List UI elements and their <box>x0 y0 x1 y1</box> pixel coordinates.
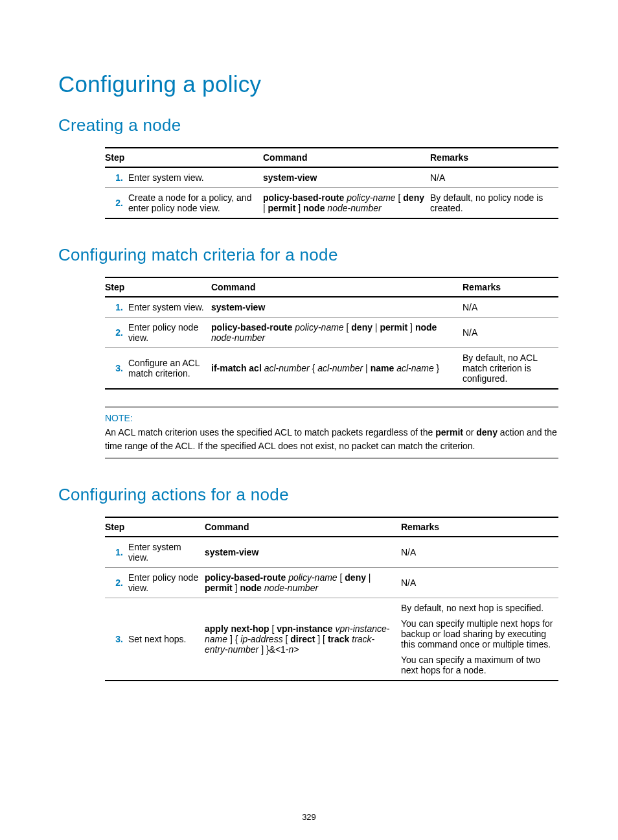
section-heading: Configuring match criteria for a node <box>58 245 560 265</box>
remarks-cell: N/A <box>463 297 558 318</box>
step-description: Configure an ACL match criterion. <box>128 348 211 390</box>
page-title: Configuring a policy <box>58 71 560 97</box>
step-description: Enter system view. <box>128 167 263 188</box>
command-table: StepCommandRemarks1.Enter system view.sy… <box>105 517 558 681</box>
remarks-cell: N/A <box>430 167 558 188</box>
step-number: 2. <box>105 567 128 598</box>
step-description: Enter policy node view. <box>128 318 211 348</box>
note-text: An ACL match criterion uses the specifie… <box>105 426 558 452</box>
note-label: NOTE: <box>105 412 558 425</box>
col-header-remarks: Remarks <box>401 517 558 537</box>
command-cell: policy-based-route policy-name [ deny | … <box>205 567 401 598</box>
table-row: 1.Enter system view.system-viewN/A <box>105 167 558 188</box>
command-table: StepCommandRemarks1.Enter system view.sy… <box>105 147 558 219</box>
command-cell: if-match acl acl-number { acl-number | n… <box>211 348 463 390</box>
col-header-step: Step <box>105 277 211 297</box>
table-row: 1.Enter system view.system-viewN/A <box>105 297 558 318</box>
remarks-cell: By default, no policy node is created. <box>430 188 558 219</box>
table-row: 2.Create a node for a policy, and enter … <box>105 188 558 219</box>
step-description: Create a node for a policy, and enter po… <box>128 188 263 219</box>
step-number: 1. <box>105 297 128 318</box>
command-cell: system-view <box>263 167 430 188</box>
sections-container: Creating a nodeStepCommandRemarks1.Enter… <box>58 115 560 681</box>
command-table: StepCommandRemarks1.Enter system view.sy… <box>105 277 558 390</box>
table-row: 1.Enter system view.system-viewN/A <box>105 537 558 568</box>
remarks-cell: By default, no next hop is specified.You… <box>401 598 558 681</box>
section-heading: Creating a node <box>58 115 560 135</box>
table-row: 3.Configure an ACL match criterion.if-ma… <box>105 348 558 390</box>
note-box: NOTE:An ACL match criterion uses the spe… <box>105 406 558 459</box>
col-header-step: Step <box>105 517 205 537</box>
step-description: Set next hops. <box>128 598 205 681</box>
table-row: 2.Enter policy node view.policy-based-ro… <box>105 567 558 598</box>
remarks-cell: By default, no ACL match criterion is co… <box>463 348 558 390</box>
col-header-remarks: Remarks <box>463 277 558 297</box>
step-number: 1. <box>105 167 128 188</box>
document-page: Configuring a policy Creating a nodeStep… <box>0 0 618 840</box>
section-heading: Configuring actions for a node <box>58 485 560 505</box>
remarks-cell: N/A <box>463 318 558 348</box>
command-cell: system-view <box>205 537 401 568</box>
step-number: 2. <box>105 318 128 348</box>
col-header-step: Step <box>105 148 263 167</box>
step-description: Enter system view. <box>128 537 205 568</box>
remarks-cell: N/A <box>401 567 558 598</box>
command-cell: policy-based-route policy-name [ deny | … <box>211 318 463 348</box>
col-header-command: Command <box>211 277 463 297</box>
step-number: 3. <box>105 348 128 390</box>
page-number: 329 <box>0 812 618 822</box>
step-description: Enter policy node view. <box>128 567 205 598</box>
step-number: 3. <box>105 598 128 681</box>
step-number: 2. <box>105 188 128 219</box>
section-block: Configuring actions for a nodeStepComman… <box>58 485 560 681</box>
section-block: Configuring match criteria for a nodeSte… <box>58 245 560 459</box>
remarks-cell: N/A <box>401 537 558 568</box>
col-header-command: Command <box>205 517 401 537</box>
table-row: 2.Enter policy node view.policy-based-ro… <box>105 318 558 348</box>
col-header-command: Command <box>263 148 430 167</box>
step-description: Enter system view. <box>128 297 211 318</box>
section-block: Creating a nodeStepCommandRemarks1.Enter… <box>58 115 560 219</box>
table-row: 3.Set next hops.apply next-hop [ vpn-ins… <box>105 598 558 681</box>
command-cell: policy-based-route policy-name [ deny | … <box>263 188 430 219</box>
col-header-remarks: Remarks <box>430 148 558 167</box>
command-cell: apply next-hop [ vpn-instance vpn-instan… <box>205 598 401 681</box>
step-number: 1. <box>105 537 128 568</box>
command-cell: system-view <box>211 297 463 318</box>
